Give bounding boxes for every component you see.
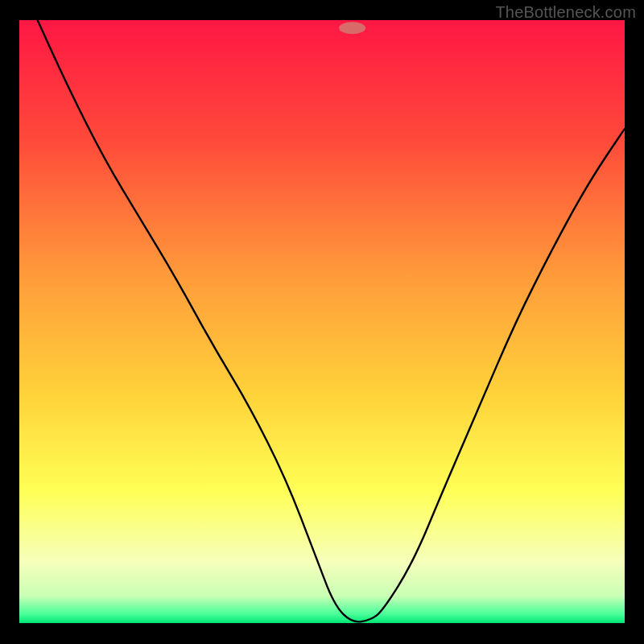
minimum-marker (339, 22, 365, 34)
bottleneck-chart (0, 0, 644, 644)
plot-background (19, 20, 625, 623)
chart-frame: TheBottleneck.com (0, 0, 644, 644)
watermark-text: TheBottleneck.com (495, 3, 636, 22)
